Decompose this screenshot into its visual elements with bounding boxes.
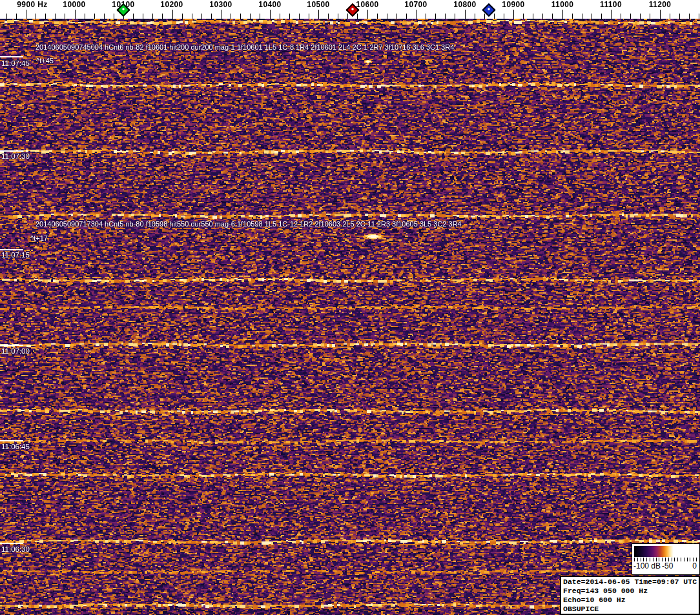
time-label: 11:06:45 <box>1 443 30 450</box>
freq-tick <box>396 14 397 19</box>
freq-tick <box>416 10 417 19</box>
time-tick <box>0 56 23 57</box>
freq-tick <box>85 14 85 19</box>
time-tick <box>0 345 23 346</box>
freq-axis-label: 10700 <box>404 0 427 9</box>
freq-tick <box>231 14 231 19</box>
freq-tick <box>630 14 631 19</box>
time-label: 11:07:45 <box>1 59 30 67</box>
freq-tick <box>221 10 221 19</box>
colorbar-max-label: 0 <box>692 561 697 570</box>
info-frequency: Freq=143 050 000 Hz <box>563 587 699 596</box>
freq-tick <box>699 14 699 19</box>
freq-tick <box>201 14 202 19</box>
freq-tick <box>640 14 641 19</box>
freq-tick <box>211 14 212 19</box>
freq-tick <box>250 14 251 19</box>
freq-tick <box>592 14 592 19</box>
freq-tick <box>16 14 17 19</box>
colorbar-min-label: -100 dB <box>633 561 661 570</box>
freq-tick <box>172 10 173 19</box>
freq-tick <box>562 10 563 19</box>
freq-axis-label: 11100 <box>600 0 622 9</box>
freq-tick <box>357 14 358 19</box>
freq-axis-label: 10000 <box>63 0 85 9</box>
freq-tick <box>45 14 46 19</box>
freq-tick <box>660 10 661 19</box>
freq-tick <box>192 14 192 19</box>
spectrogram-app: 9900 Hz100001010010200103001040010500106… <box>0 0 700 615</box>
spectrogram-canvas[interactable] <box>0 19 700 615</box>
freq-tick <box>504 14 504 19</box>
freq-tick <box>338 14 338 19</box>
colorbar-gradient <box>634 546 697 557</box>
detection-annotation: 20140605090745004 hCnt6 nb-82 f10601 hit… <box>36 43 454 51</box>
detection-annotation: 20140605090717304 hCnt5 nb-80 f10598 hit… <box>36 220 462 228</box>
freq-axis-label: 10300 <box>209 0 232 9</box>
freq-tick <box>328 14 329 19</box>
freq-tick <box>6 14 7 19</box>
freq-tick <box>55 14 56 19</box>
freq-tick <box>611 10 612 19</box>
freq-tick <box>650 14 650 19</box>
freq-tick <box>494 14 495 19</box>
freq-axis-label: 10500 <box>307 0 329 9</box>
freq-tick <box>299 14 300 19</box>
freq-tick <box>280 14 280 19</box>
diamond-center-dot <box>122 8 125 10</box>
freq-tick <box>94 14 95 19</box>
freq-tick <box>75 10 76 19</box>
diamond-center-dot <box>351 8 354 10</box>
freq-tick <box>465 10 466 19</box>
diamond-center-dot <box>488 8 490 10</box>
freq-tick <box>513 10 514 19</box>
freq-axis-label: 11200 <box>649 0 672 9</box>
freq-tick <box>455 14 455 19</box>
freq-tick <box>435 14 436 19</box>
time-label: 11:07:15 <box>1 251 30 259</box>
info-station: OBSUPICE <box>563 605 699 614</box>
freq-tick <box>445 14 446 19</box>
freq-tick <box>552 14 553 19</box>
freq-tick <box>289 14 290 19</box>
time-label: 11:06:30 <box>1 545 30 553</box>
colorbar-mid-label: -50 <box>662 561 673 570</box>
info-echo: Echo=10 600 Hz <box>563 596 699 605</box>
freq-tick <box>347 14 348 19</box>
freq-axis-label: 10400 <box>258 0 281 9</box>
freq-tick <box>426 14 426 19</box>
freq-tick <box>484 14 485 19</box>
intensity-colorbar: -100 dB -50 0 <box>632 543 700 575</box>
freq-tick <box>260 14 260 19</box>
freq-tick <box>621 14 621 19</box>
freq-tick <box>26 10 26 19</box>
freq-tick <box>679 14 680 19</box>
time-tick <box>0 440 23 441</box>
echo-time-offset-label: ^t+17 <box>30 234 48 242</box>
freq-tick <box>36 14 36 19</box>
freq-tick <box>104 14 105 19</box>
freq-tick <box>670 14 670 19</box>
freq-tick <box>270 10 271 19</box>
observation-info-box: Date=2014-06-05 Time=09:07 UTC Freq=143 … <box>560 576 700 615</box>
freq-axis-label: 10600 <box>356 0 378 9</box>
freq-tick <box>114 14 114 19</box>
freq-tick <box>367 10 368 19</box>
freq-tick <box>387 14 387 19</box>
freq-tick <box>318 10 319 19</box>
freq-tick <box>240 14 241 19</box>
freq-tick <box>65 14 65 19</box>
freq-axis-label: 11000 <box>551 0 574 9</box>
colorbar-labels: -100 dB -50 0 <box>632 561 699 572</box>
echo-time-offset-label: ^t+45 <box>36 57 54 65</box>
freq-tick <box>377 14 378 19</box>
freq-tick <box>162 14 163 19</box>
time-tick <box>0 543 23 544</box>
freq-axis-label: 10900 <box>502 0 524 9</box>
freq-tick <box>582 14 582 19</box>
time-tick <box>0 249 23 250</box>
time-label: 11:07:30 <box>1 152 30 160</box>
freq-tick <box>133 14 134 19</box>
freq-tick <box>475 14 475 19</box>
freq-tick <box>152 14 153 19</box>
